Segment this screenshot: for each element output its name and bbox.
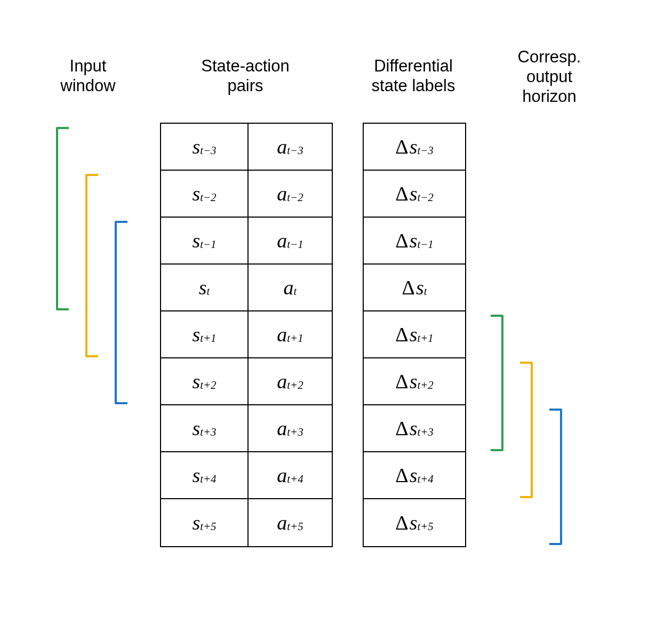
diff-cell: Δst+3 xyxy=(364,405,465,452)
diff-state-table: Δst−3Δst−2Δst−1ΔstΔst+1Δst+2Δst+3Δst+4Δs… xyxy=(363,123,466,547)
table-row: Δst−1 xyxy=(364,218,465,265)
table-row: stat xyxy=(161,265,332,311)
header-output-horizon: Corresp. output horizon xyxy=(501,47,597,107)
table-row: st+4at+4 xyxy=(161,452,332,499)
table-row: Δst+2 xyxy=(364,358,465,405)
diff-cell: Δst−2 xyxy=(364,171,465,218)
state-cell: st−3 xyxy=(161,124,249,171)
table-row: Δst+3 xyxy=(364,405,465,452)
table-row: st+3at+3 xyxy=(161,405,332,452)
header-input-window: Input window xyxy=(48,56,128,95)
table-row: Δst−3 xyxy=(364,124,465,171)
diff-cell: Δst+5 xyxy=(364,499,465,546)
state-cell: st+2 xyxy=(161,358,249,405)
state-action-table: st−3at−3st−2at−2st−1at−1statst+1at+1st+2… xyxy=(160,123,333,547)
action-cell: at+5 xyxy=(249,499,332,546)
state-cell: st+1 xyxy=(161,311,249,358)
table-row: st+1at+1 xyxy=(161,311,332,358)
output-bracket-blue xyxy=(549,409,562,545)
state-cell: st−1 xyxy=(161,218,249,265)
table-row: Δst+5 xyxy=(364,499,465,546)
table-row: st+2at+2 xyxy=(161,358,332,405)
state-cell: st+4 xyxy=(161,452,249,499)
action-cell: at+2 xyxy=(249,358,332,405)
table-row: Δst+1 xyxy=(364,311,465,358)
action-cell: at+1 xyxy=(249,311,332,358)
action-cell: at+3 xyxy=(249,405,332,452)
action-cell: at−3 xyxy=(249,124,332,171)
state-cell: st−2 xyxy=(161,171,249,218)
state-cell: st+5 xyxy=(161,499,249,546)
action-cell: at−1 xyxy=(249,218,332,265)
output-bracket-green xyxy=(491,315,503,451)
table-row: st+5at+5 xyxy=(161,499,332,546)
diff-cell: Δst−3 xyxy=(364,124,465,171)
table-row: Δst−2 xyxy=(364,171,465,218)
diff-cell: Δst+2 xyxy=(364,358,465,405)
table-row: st−1at−1 xyxy=(161,218,332,265)
action-cell: at xyxy=(249,265,332,311)
diagram-canvas: Input window State-action pairs Differen… xyxy=(0,0,672,632)
output-bracket-yellow xyxy=(520,362,533,498)
diff-cell: Δst xyxy=(364,265,465,311)
input-bracket-blue xyxy=(115,221,127,404)
table-row: Δst+4 xyxy=(364,452,465,499)
diff-cell: Δst−1 xyxy=(364,218,465,265)
diff-cell: Δst+1 xyxy=(364,311,465,358)
state-cell: st xyxy=(161,265,249,311)
input-bracket-green xyxy=(56,127,69,310)
table-row: st−3at−3 xyxy=(161,124,332,171)
state-cell: st+3 xyxy=(161,405,249,452)
header-state-action: State-action pairs xyxy=(160,56,331,95)
table-row: st−2at−2 xyxy=(161,171,332,218)
diff-cell: Δst+4 xyxy=(364,452,465,499)
input-bracket-yellow xyxy=(85,174,98,357)
action-cell: at−2 xyxy=(249,171,332,218)
table-row: Δst xyxy=(364,265,465,311)
action-cell: at+4 xyxy=(249,452,332,499)
header-diff-labels: Differential state labels xyxy=(352,56,475,95)
